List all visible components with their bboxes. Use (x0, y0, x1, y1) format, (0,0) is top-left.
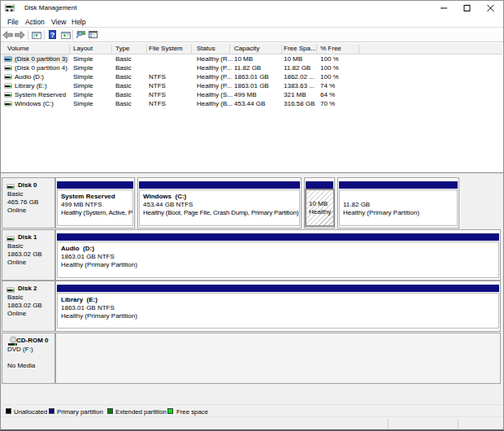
svg-text:?: ? (50, 31, 55, 39)
